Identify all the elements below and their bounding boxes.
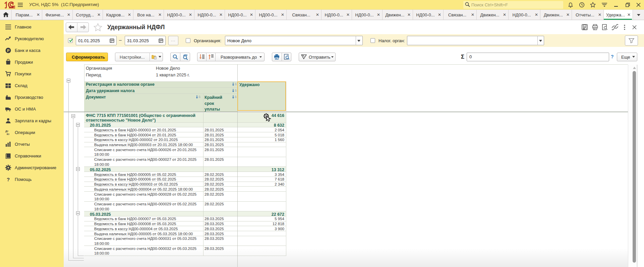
svg-text:P: P — [7, 49, 9, 53]
svg-text:Дт: Дт — [5, 130, 8, 133]
svg-text:?: ? — [7, 177, 10, 182]
svg-text:Кт: Кт — [7, 133, 10, 136]
